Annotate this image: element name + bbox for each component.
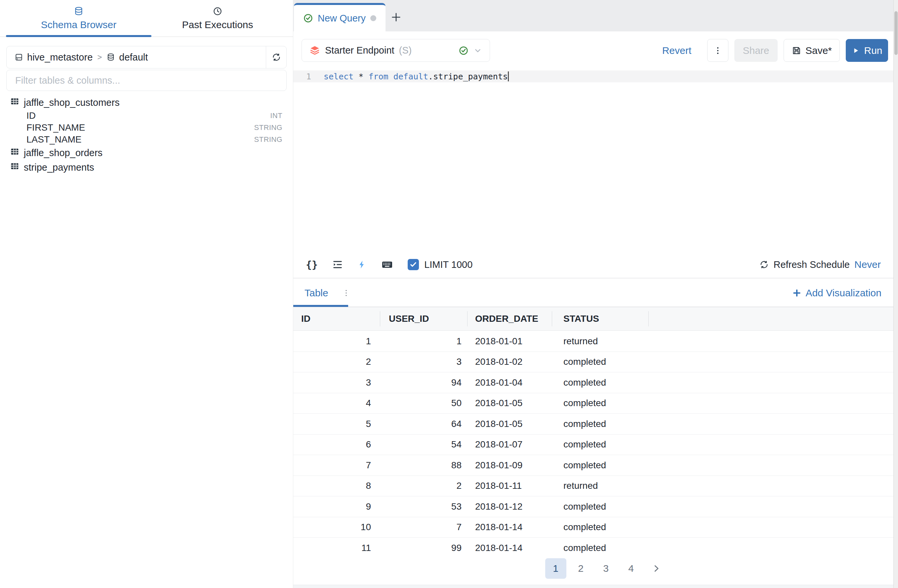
table-cell: returned xyxy=(552,331,649,351)
table-cell: completed xyxy=(552,455,649,476)
kebab-icon xyxy=(341,288,351,298)
table-cell-filler xyxy=(649,517,893,538)
share-button[interactable]: Share xyxy=(734,39,778,62)
table-name: jaffle_shop_customers xyxy=(24,97,120,108)
table-cell: returned xyxy=(552,476,649,496)
vertical-scrollbar[interactable] xyxy=(893,0,898,588)
refresh-schema-button[interactable] xyxy=(266,46,286,68)
endpoint-status-check-icon xyxy=(458,46,469,55)
new-tab-button[interactable] xyxy=(386,3,407,31)
table-cell-filler xyxy=(649,434,893,455)
table-cell: 2 xyxy=(380,476,467,496)
limit-checkbox[interactable] xyxy=(407,259,419,270)
column-name: ID xyxy=(26,111,36,121)
results-table-body: 112018-01-01returned232018-01-02complete… xyxy=(293,331,893,559)
sql-editor-app: Schema Browser Past Executions xyxy=(0,0,898,588)
column-name: FIRST_NAME xyxy=(26,122,85,133)
query-tab-label: New Query xyxy=(318,13,366,24)
tree-column-item[interactable]: FIRST_NAMESTRING xyxy=(0,122,293,134)
query-tab-new-query[interactable]: New Query xyxy=(294,3,386,31)
endpoint-size: (S) xyxy=(399,45,412,56)
column-header[interactable]: STATUS xyxy=(552,307,649,330)
table-cell: completed xyxy=(552,517,649,538)
table-cell: 2018-01-01 xyxy=(467,331,552,351)
table-cell-filler xyxy=(649,373,893,393)
tree-table-item[interactable]: jaffle_shop_orders xyxy=(0,146,293,160)
sidebar-tabs: Schema Browser Past Executions xyxy=(0,0,293,37)
page-button[interactable]: 3 xyxy=(595,558,617,579)
more-options-button[interactable] xyxy=(707,39,728,62)
code-token: stripe_payments xyxy=(433,72,508,82)
refresh-schedule-value[interactable]: Never xyxy=(854,259,881,270)
column-type: STRING xyxy=(254,123,293,132)
table-cell: 99 xyxy=(380,538,467,559)
next-page-button[interactable] xyxy=(646,558,667,579)
limit-label: LIMIT 1000 xyxy=(424,259,472,270)
kebab-icon xyxy=(713,46,723,55)
breadcrumb-schema[interactable]: default xyxy=(119,52,148,63)
table-row: 11992018-01-14completed xyxy=(293,538,893,559)
endpoint-selector[interactable]: Starter Endpoint (S) xyxy=(301,39,490,62)
refresh-icon xyxy=(272,52,281,62)
table-row: 4502018-01-05completed xyxy=(293,393,893,414)
lightning-icon[interactable] xyxy=(357,260,367,269)
column-header[interactable]: USER_ID xyxy=(380,307,467,330)
editor-footer-tools: {} xyxy=(306,259,472,271)
table-cell: completed xyxy=(552,373,649,393)
page-button[interactable]: 4 xyxy=(621,558,642,579)
results-options-button[interactable] xyxy=(341,288,351,298)
save-icon xyxy=(792,46,801,55)
save-button[interactable]: Save* xyxy=(784,39,840,62)
page-button[interactable]: 1 xyxy=(545,558,566,579)
tab-schema-browser[interactable]: Schema Browser xyxy=(6,0,151,36)
scrollbar-thumb[interactable] xyxy=(894,11,898,55)
revert-button[interactable]: Revert xyxy=(662,45,691,56)
table-name: stripe_payments xyxy=(24,162,94,173)
keyboard-shortcuts-icon[interactable] xyxy=(381,259,393,271)
check-icon xyxy=(409,260,418,269)
code-token: . xyxy=(428,72,433,82)
table-cell: completed xyxy=(552,393,649,414)
breadcrumb-path[interactable]: hive_metastore > default xyxy=(7,52,266,63)
sql-editor[interactable]: 1 select * from default.stripe_payments xyxy=(293,68,893,251)
schedule-refresh-icon xyxy=(760,260,769,269)
indent-icon[interactable] xyxy=(332,259,343,270)
column-header[interactable]: ORDER_DATE xyxy=(467,307,552,330)
table-cell-filler xyxy=(649,414,893,434)
table-icon xyxy=(10,162,20,173)
breadcrumb-catalog[interactable]: hive_metastore xyxy=(27,52,92,63)
table-cell-filler xyxy=(649,476,893,496)
tab-label: Past Executions xyxy=(182,19,253,31)
table-icon xyxy=(10,97,20,108)
table-cell: completed xyxy=(552,538,649,559)
check-circle-icon xyxy=(303,13,313,23)
add-visualization-label: Add Visualization xyxy=(806,287,881,299)
column-header[interactable]: ID xyxy=(293,307,380,330)
table-cell: 2018-01-05 xyxy=(467,414,552,434)
tree-column-item[interactable]: IDINT xyxy=(0,110,293,122)
table-row: 6542018-01-07completed xyxy=(293,434,893,456)
tree-table-item[interactable]: jaffle_shop_customers xyxy=(0,95,293,110)
tab-past-executions[interactable]: Past Executions xyxy=(151,0,284,36)
filter-input[interactable] xyxy=(6,70,287,91)
table-cell: 2 xyxy=(293,352,380,373)
add-visualization-button[interactable]: Add Visualization xyxy=(792,287,881,299)
tab-results-table[interactable]: Table xyxy=(304,287,328,299)
schema-tree: jaffle_shop_customersIDINTFIRST_NAMESTRI… xyxy=(0,95,293,175)
table-cell: completed xyxy=(552,496,649,517)
column-header-filler xyxy=(649,307,893,330)
page-button[interactable]: 2 xyxy=(570,558,592,579)
table-cell: completed xyxy=(552,434,649,455)
tree-column-item[interactable]: LAST_NAMESTRING xyxy=(0,134,293,146)
history-icon xyxy=(212,6,223,16)
table-cell: 9 xyxy=(293,496,380,517)
text-cursor xyxy=(508,71,509,82)
refresh-schedule: Refresh Schedule Never xyxy=(760,259,881,270)
tree-table-item[interactable]: stripe_payments xyxy=(0,160,293,175)
active-tab-underline xyxy=(6,35,151,37)
breadcrumb: hive_metastore > default xyxy=(6,46,287,68)
run-button[interactable]: Run xyxy=(846,39,888,62)
results-table-header: ID USER_ID ORDER_DATE STATUS xyxy=(293,307,893,331)
table-cell: 2018-01-14 xyxy=(467,517,552,538)
format-code-icon[interactable]: {} xyxy=(306,259,318,271)
